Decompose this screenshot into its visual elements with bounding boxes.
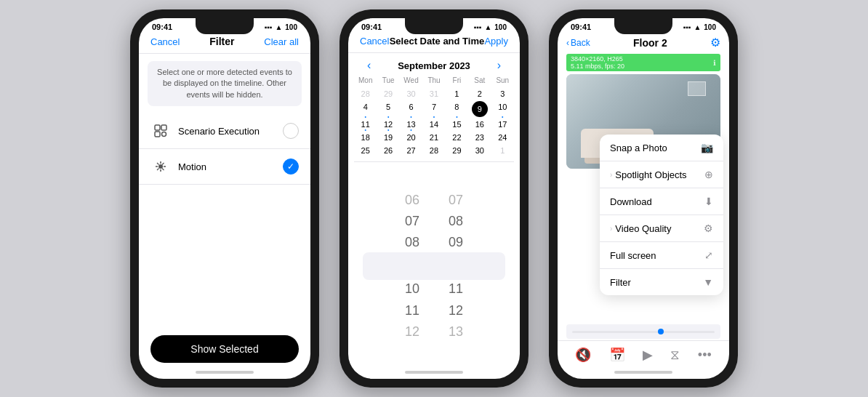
- cal-day[interactable]: 2: [468, 87, 491, 100]
- hour-item[interactable]: 07: [405, 211, 419, 232]
- svg-rect-2: [155, 132, 160, 137]
- screen-calendar: 09:41 ▪▪▪ ▲ 100 Cancel Select Date and T…: [348, 18, 520, 379]
- funnel-icon[interactable]: ⧖: [670, 348, 680, 363]
- next-month-button[interactable]: ›: [493, 59, 505, 72]
- time-3: 09:41: [571, 23, 591, 31]
- notch-2: [405, 18, 463, 34]
- cal-day[interactable]: 16: [468, 118, 491, 131]
- menu-item-left: Download: [610, 196, 652, 207]
- cal-day[interactable]: 28: [422, 144, 445, 157]
- cal-day[interactable]: 3: [491, 87, 514, 100]
- cal-day[interactable]: 26: [377, 144, 399, 157]
- back-chevron-icon: ‹: [566, 38, 569, 48]
- cal-day[interactable]: 25: [354, 144, 377, 157]
- cancel-button[interactable]: Cancel: [150, 36, 180, 47]
- wifi-icon-3: ▲: [694, 23, 701, 31]
- camera-header: ‹ Back Floor 2 ⚙: [558, 33, 729, 54]
- cal-day[interactable]: 20: [400, 131, 422, 144]
- cal-day[interactable]: 6: [400, 100, 422, 118]
- home-indicator-2: [348, 366, 520, 379]
- cal-day[interactable]: 14: [422, 118, 445, 131]
- phone-calendar: 09:41 ▪▪▪ ▲ 100 Cancel Select Date and T…: [339, 9, 529, 388]
- cal-day[interactable]: 1: [446, 87, 468, 100]
- minute-item[interactable]: 08: [449, 211, 463, 232]
- cal-day[interactable]: 28: [354, 87, 377, 100]
- calendar-icon[interactable]: 📅: [609, 347, 625, 363]
- menu-fullscreen[interactable]: Full screen ⤢: [600, 242, 723, 269]
- filter-header: Cancel Filter Clear all: [139, 33, 310, 54]
- minute-item[interactable]: 09: [449, 232, 463, 253]
- cal-day[interactable]: 24: [491, 131, 514, 144]
- minute-item[interactable]: 13: [449, 321, 463, 342]
- camera-icon: 📷: [701, 142, 713, 153]
- signal-icon-2: ▪▪▪: [474, 23, 482, 31]
- cal-day[interactable]: 4: [354, 100, 377, 118]
- cal-day[interactable]: 12: [377, 118, 399, 131]
- cal-day[interactable]: 23: [468, 131, 491, 144]
- cal-day[interactable]: 7: [422, 100, 445, 118]
- cal-day[interactable]: 8: [446, 100, 468, 118]
- minute-item[interactable]: 07: [449, 190, 463, 211]
- menu-snap-photo[interactable]: Snap a Photo 📷: [600, 135, 723, 161]
- cal-day-today[interactable]: 9: [472, 101, 488, 117]
- hours-column[interactable]: 06 07 08 09 10 11 12: [394, 190, 430, 342]
- menu-video-quality[interactable]: › Video Quality ⚙: [600, 215, 723, 242]
- scenario-toggle[interactable]: [283, 123, 299, 139]
- settings-icon[interactable]: ⚙: [710, 36, 720, 49]
- cal-week-3: 11 12 13 14 15 16 17: [354, 118, 514, 131]
- hour-item[interactable]: 10: [405, 278, 419, 300]
- show-selected-button[interactable]: Show Selected: [150, 335, 299, 363]
- camera-timeline[interactable]: [566, 324, 720, 339]
- motion-toggle[interactable]: ✓: [283, 159, 299, 175]
- menu-spotlight[interactable]: › Spotlight Objects ⊕: [600, 161, 723, 188]
- cal-day[interactable]: 1: [491, 144, 514, 157]
- play-icon[interactable]: ▶: [643, 347, 653, 363]
- minutes-column[interactable]: 07 08 09 10 11 12 13: [438, 190, 474, 342]
- cal-day[interactable]: 10: [491, 100, 514, 118]
- dow-sun: Sun: [491, 75, 514, 86]
- hour-item[interactable]: 06: [405, 190, 419, 211]
- cal-day[interactable]: 29: [446, 144, 468, 157]
- more-icon[interactable]: •••: [698, 348, 712, 363]
- cal-day[interactable]: 17: [491, 118, 514, 131]
- cal-day[interactable]: 18: [354, 131, 377, 144]
- datetime-cancel-button[interactable]: Cancel: [360, 36, 389, 47]
- clear-all-button[interactable]: Clear all: [264, 36, 299, 47]
- minute-item[interactable]: 12: [449, 300, 463, 321]
- datetime-apply-button[interactable]: Apply: [484, 36, 508, 47]
- cal-day[interactable]: 22: [446, 131, 468, 144]
- filter-footer: Show Selected: [139, 328, 310, 366]
- fullscreen-icon: ⤢: [704, 249, 713, 261]
- filter-item-scenario[interactable]: Scenario Execution: [139, 113, 310, 149]
- dow-thu: Thu: [422, 75, 445, 86]
- hour-item[interactable]: 12: [405, 321, 419, 342]
- volume-icon[interactable]: 🔇: [575, 347, 591, 363]
- hour-item[interactable]: 11: [405, 300, 419, 321]
- prev-month-button[interactable]: ‹: [363, 59, 375, 72]
- battery-icon: 100: [285, 23, 297, 31]
- minute-item[interactable]: 11: [449, 278, 463, 300]
- cal-day[interactable]: 30: [400, 87, 422, 100]
- cal-day[interactable]: 5: [377, 100, 399, 118]
- menu-filter[interactable]: Filter ▼: [600, 269, 723, 295]
- calendar-month: September 2023: [398, 60, 470, 71]
- cal-day[interactable]: 21: [422, 131, 445, 144]
- hour-selected[interactable]: 09: [403, 254, 421, 279]
- cal-day[interactable]: 19: [377, 131, 399, 144]
- menu-download[interactable]: Download ⬇: [600, 188, 723, 215]
- cal-day[interactable]: 30: [468, 144, 491, 157]
- filter-title: Filter: [209, 36, 234, 47]
- cal-day[interactable]: 15: [446, 118, 468, 131]
- cal-day[interactable]: 31: [422, 87, 445, 100]
- hour-item[interactable]: 08: [405, 232, 419, 253]
- cal-day[interactable]: 27: [400, 144, 422, 157]
- back-button[interactable]: ‹ Back: [566, 38, 590, 48]
- minute-selected[interactable]: 10: [447, 254, 465, 279]
- cal-day[interactable]: 11: [354, 118, 377, 131]
- svg-rect-1: [161, 125, 166, 130]
- cal-day[interactable]: 29: [377, 87, 399, 100]
- filter-item-motion[interactable]: Motion ✓: [139, 149, 310, 185]
- time-1: 09:41: [152, 23, 172, 31]
- info-icon[interactable]: ℹ: [713, 59, 716, 67]
- cal-day[interactable]: 13: [400, 118, 422, 131]
